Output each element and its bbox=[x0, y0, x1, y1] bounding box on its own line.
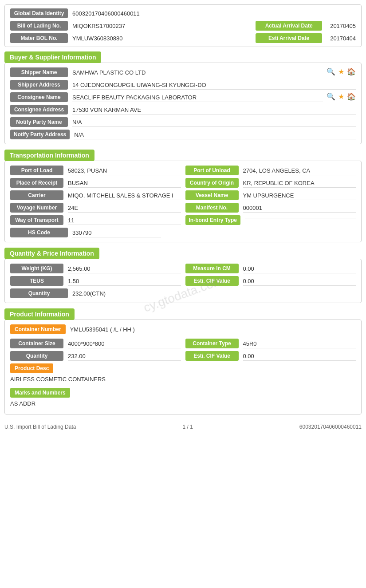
product-qty-label: Quantity bbox=[10, 351, 63, 361]
footer-right: 600320170406000460011 bbox=[299, 424, 362, 430]
product-cif-field: Esti. CIF Value 0.00 bbox=[185, 351, 356, 361]
country-origin-label: Country of Origin bbox=[185, 178, 239, 188]
notify-name-value: N/A bbox=[72, 117, 356, 127]
vessel-value: YM UPSURGENCE bbox=[243, 190, 356, 200]
esti-cif-label: Esti. CIF Value bbox=[185, 276, 239, 286]
product-cif-value: 0.00 bbox=[243, 351, 356, 361]
shipper-name-value: SAMHWA PLASTIC CO LTD bbox=[72, 67, 323, 77]
global-id-value: 600320170406000460011 bbox=[72, 10, 140, 17]
receipt-origin-row: Place of Receipt BUSAN Country of Origin… bbox=[10, 178, 356, 188]
consignee-icons: 🔍 ★ 🏠 bbox=[327, 92, 356, 101]
marks-numbers-section: Marks and Numbers AS ADDR bbox=[10, 388, 356, 410]
page: cy.gtodata.com Global Data Identity 6003… bbox=[0, 0, 366, 588]
shipper-icons: 🔍 ★ 🏠 bbox=[327, 67, 356, 76]
product-desc-value: AIRLESS COSMETIC CONTAINERS bbox=[10, 375, 356, 385]
consignee-address-row: Consignee Address 17530 VON KARMAN AVE bbox=[10, 105, 356, 114]
carrier-vessel-row: Carrier MIQO, MITCHELL SALES & STORAGE I… bbox=[10, 190, 356, 200]
port-unload-label: Port of Unload bbox=[185, 166, 239, 175]
port-row: Port of Load 58023, PUSAN Port of Unload… bbox=[10, 166, 356, 175]
transportation-section: Transportation Information Port of Load … bbox=[4, 150, 362, 242]
place-receipt-field: Place of Receipt BUSAN bbox=[10, 178, 181, 188]
measure-field: Measure in CM 0.00 bbox=[185, 264, 356, 273]
consignee-address-value: 17530 VON KARMAN AVE bbox=[72, 105, 356, 114]
container-size-type-row: Container Size 4000*900*800 Container Ty… bbox=[10, 339, 356, 348]
voyage-label: Voyage Number bbox=[10, 203, 63, 213]
notify-address-value: N/A bbox=[74, 130, 356, 139]
product-section: Product Information Container Number YML… bbox=[4, 308, 362, 414]
teus-label: TEUS bbox=[10, 276, 63, 286]
notify-address-row: Notify Party Address N/A bbox=[10, 130, 356, 139]
bol-value: MIQOKRS17000237 bbox=[72, 23, 256, 29]
consignee-search-icon[interactable]: 🔍 bbox=[327, 92, 335, 101]
product-cif-label: Esti. CIF Value bbox=[185, 351, 239, 361]
bol-row: Bill of Lading No. MIQOKRS17000237 Actua… bbox=[10, 21, 356, 31]
footer: U.S. Import Bill of Lading Data 1 / 1 60… bbox=[4, 420, 362, 430]
hscode-value: 330790 bbox=[72, 228, 161, 237]
shipper-address-label: Shipper Address bbox=[10, 80, 68, 90]
shipper-search-icon[interactable]: 🔍 bbox=[327, 67, 335, 76]
global-id-label: Global Data Identity bbox=[10, 8, 68, 18]
quantity-value: 232.00(CTN) bbox=[72, 288, 161, 298]
port-unload-value: 2704, LOS ANGELES, CA bbox=[243, 166, 356, 175]
container-number-row: Container Number YMLU5395041 ( /L / HH ) bbox=[10, 324, 356, 336]
mater-bol-row: Mater BOL No. YMLUW360830880 Esti Arriva… bbox=[10, 33, 356, 43]
place-receipt-label: Place of Receipt bbox=[10, 178, 63, 188]
shipper-home-icon[interactable]: 🏠 bbox=[347, 67, 356, 76]
product-qty-cif-row: Quantity 232.00 Esti. CIF Value 0.00 bbox=[10, 351, 356, 361]
measure-label: Measure in CM bbox=[185, 264, 239, 273]
notify-name-row: Notify Party Name N/A bbox=[10, 117, 356, 127]
transportation-header: Transportation Information bbox=[4, 150, 362, 161]
container-number-value: YMLU5395041 ( /L / HH ) bbox=[70, 324, 356, 334]
product-qty-field: Quantity 232.00 bbox=[10, 351, 181, 361]
container-number-label: Container Number bbox=[10, 324, 66, 334]
weight-measure-row: Weight (KG) 2,565.00 Measure in CM 0.00 bbox=[10, 264, 356, 273]
container-size-field: Container Size 4000*900*800 bbox=[10, 339, 181, 348]
shipper-name-label: Shipper Name bbox=[10, 67, 68, 77]
esti-arrival-label: Esti Arrival Date bbox=[256, 33, 322, 43]
voyage-field: Voyage Number 24E bbox=[10, 203, 181, 213]
esti-arrival-value: 20170404 bbox=[330, 35, 356, 42]
product-desc-section: Product Desc AIRLESS COSMETIC CONTAINERS bbox=[10, 363, 356, 385]
port-load-label: Port of Load bbox=[10, 166, 63, 175]
mater-bol-label: Mater BOL No. bbox=[10, 33, 68, 43]
carrier-label: Carrier bbox=[10, 190, 63, 200]
bol-label: Bill of Lading No. bbox=[10, 21, 68, 31]
voyage-value: 24E bbox=[68, 203, 181, 213]
notify-address-label: Notify Party Address bbox=[10, 130, 70, 139]
quantity-row: Quantity 232.00(CTN) bbox=[10, 288, 356, 298]
port-load-value: 58023, PUSAN bbox=[68, 166, 181, 175]
country-origin-field: Country of Origin KR, REPUBLIC OF KOREA bbox=[185, 178, 356, 188]
weight-value: 2,565.00 bbox=[68, 264, 181, 273]
identity-section: Global Data Identity 6003201704060004600… bbox=[4, 4, 362, 47]
consignee-home-icon[interactable]: 🏠 bbox=[347, 92, 356, 101]
shipper-star-icon[interactable]: ★ bbox=[338, 67, 344, 76]
notify-name-label: Notify Party Name bbox=[10, 117, 68, 127]
consignee-name-value: SEACLIFF BEAUTY PACKAGING LABORATOR bbox=[72, 92, 323, 102]
buyer-supplier-title: Buyer & Supplier Information bbox=[4, 51, 101, 63]
product-box: Container Number YMLU5395041 ( /L / HH )… bbox=[4, 320, 362, 414]
product-desc-label: Product Desc bbox=[10, 363, 53, 373]
manifest-field: Manifest No. 000001 bbox=[185, 203, 356, 213]
transportation-box: Port of Load 58023, PUSAN Port of Unload… bbox=[4, 161, 362, 242]
teus-cif-row: TEUS 1.50 Esti. CIF Value 0.00 bbox=[10, 276, 356, 286]
carrier-value: MIQO, MITCHELL SALES & STORAGE I bbox=[68, 190, 181, 200]
quantity-header: Quantity & Price Information bbox=[4, 248, 362, 259]
teus-value: 1.50 bbox=[68, 276, 181, 286]
buyer-supplier-section: Buyer & Supplier Information Shipper Nam… bbox=[4, 51, 362, 144]
carrier-field: Carrier MIQO, MITCHELL SALES & STORAGE I bbox=[10, 190, 181, 200]
teus-field: TEUS 1.50 bbox=[10, 276, 181, 286]
buyer-supplier-box: Shipper Name SAMHWA PLASTIC CO LTD 🔍 ★ 🏠… bbox=[4, 63, 362, 144]
hscode-row: HS Code 330790 bbox=[10, 228, 356, 237]
inbond-label: In-bond Entry Type bbox=[185, 215, 240, 225]
mater-bol-value: YMLUW360830880 bbox=[72, 35, 256, 42]
actual-arrival-label: Actual Arrival Date bbox=[256, 21, 322, 31]
global-id-row: Global Data Identity 6003201704060004600… bbox=[10, 8, 356, 18]
transportation-title: Transportation Information bbox=[4, 150, 94, 161]
quantity-section: Quantity & Price Information Weight (KG)… bbox=[4, 248, 362, 303]
footer-page: 1 / 1 bbox=[182, 424, 193, 430]
esti-cif-field: Esti. CIF Value 0.00 bbox=[185, 276, 356, 286]
vessel-field: Vessel Name YM UPSURGENCE bbox=[185, 190, 356, 200]
shipper-name-row: Shipper Name SAMHWA PLASTIC CO LTD 🔍 ★ 🏠 bbox=[10, 67, 356, 77]
buyer-supplier-header: Buyer & Supplier Information bbox=[4, 51, 362, 63]
consignee-star-icon[interactable]: ★ bbox=[338, 92, 344, 101]
